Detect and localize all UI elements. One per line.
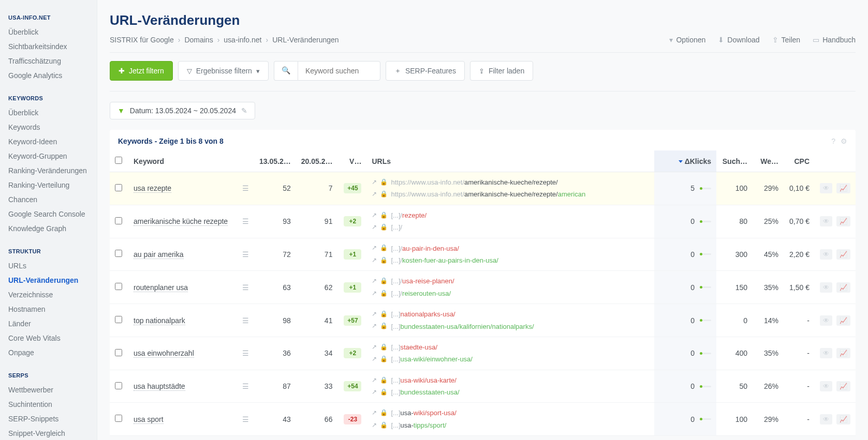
- url-line[interactable]: ↗🔒[...]bundesstaaten-usa/: [372, 386, 649, 398]
- sidebar-item[interactable]: Keyword-Gruppen: [0, 149, 97, 163]
- chart-icon[interactable]: 📈: [836, 249, 850, 260]
- url-line[interactable]: ↗🔒https://www.usa-info.net/amerikanische…: [372, 176, 649, 188]
- sidebar-item[interactable]: Core Web Vitals: [0, 331, 97, 345]
- gear-icon[interactable]: ⚙: [841, 137, 847, 145]
- sidebar-item[interactable]: Keywords: [0, 120, 97, 134]
- list-icon[interactable]: ☰: [242, 415, 249, 423]
- sidebar-item[interactable]: SERP-Snippets: [0, 412, 97, 426]
- keyword-link[interactable]: usa rezepte: [134, 184, 171, 193]
- chart-icon[interactable]: 📈: [836, 315, 850, 326]
- chart-icon[interactable]: 📈: [836, 183, 850, 193]
- optionen-action[interactable]: ▾ Optionen: [669, 36, 705, 44]
- keyword-link[interactable]: amerikanische küche rezepte: [134, 217, 228, 226]
- chart-icon[interactable]: 📈: [836, 216, 850, 226]
- eye-icon[interactable]: 👁: [820, 414, 832, 424]
- url-line[interactable]: ↗🔒[...]nationalparks-usa/: [372, 308, 649, 320]
- ergebnisse-filtern-button[interactable]: ▽ Ergebnisse filtern ▾: [178, 61, 269, 81]
- keyword-link[interactable]: top nationalpark: [134, 316, 185, 325]
- list-icon[interactable]: ☰: [242, 283, 249, 292]
- teilen-action[interactable]: ⇪ Teilen: [772, 36, 801, 44]
- list-icon[interactable]: ☰: [242, 382, 249, 390]
- url-line[interactable]: ↗🔒[...]usa-wiki/usa-karte/: [372, 374, 649, 386]
- sidebar-item[interactable]: Suchintention: [0, 397, 97, 412]
- url-line[interactable]: ↗🔒[...]/reiserouten-usa/: [372, 287, 649, 299]
- help-icon[interactable]: ?: [831, 137, 835, 145]
- sidebar-item[interactable]: Trafficschätzung: [0, 54, 97, 68]
- col-delta[interactable]: V…: [337, 150, 366, 172]
- eye-icon[interactable]: 👁: [820, 348, 832, 358]
- row-checkbox[interactable]: [115, 349, 122, 356]
- sidebar-item[interactable]: Ranking-Veränderungen: [0, 163, 97, 178]
- row-checkbox[interactable]: [115, 184, 122, 191]
- sidebar-item[interactable]: Ranking-Verteilung: [0, 178, 97, 192]
- keyword-link[interactable]: routenplaner usa: [134, 283, 188, 292]
- serp-features-button[interactable]: ＋ SERP-Features: [386, 61, 465, 81]
- keyword-link[interactable]: usa einwohnerzahl: [134, 349, 194, 358]
- sidebar-item[interactable]: Onpage: [0, 345, 97, 360]
- sidebar-item[interactable]: Sichtbarkeitsindex: [0, 39, 97, 54]
- breadcrumb-item[interactable]: Domains: [184, 36, 213, 44]
- row-checkbox[interactable]: [115, 250, 122, 257]
- handbuch-action[interactable]: ▭ Handbuch: [813, 36, 856, 44]
- download-action[interactable]: ⬇ Download: [718, 36, 759, 44]
- sidebar-item[interactable]: Knowledge Graph: [0, 221, 97, 236]
- url-line[interactable]: ↗🔒[...]usa-wiki/einwohner-usa/: [372, 353, 649, 365]
- filter-laden-button[interactable]: ⇪ Filter laden: [470, 61, 533, 81]
- eye-icon[interactable]: 👁: [820, 315, 832, 326]
- sidebar-item[interactable]: Wettbewerber: [0, 383, 97, 397]
- row-checkbox[interactable]: [115, 382, 122, 389]
- col-cpc[interactable]: CPC: [784, 150, 815, 172]
- col-urls[interactable]: URLs: [366, 150, 654, 172]
- date-filter-chip[interactable]: ▼ Datum: 13.05.2024 ~ 20.05.2024 ✎: [110, 102, 255, 119]
- url-line[interactable]: ↗🔒[...]/kosten-fuer-au-pairs-in-den-usa/: [372, 254, 649, 266]
- row-checkbox[interactable]: [115, 316, 122, 323]
- chart-icon[interactable]: 📈: [836, 414, 850, 424]
- jetzt-filtern-button[interactable]: ✚ Jetzt filtern: [110, 61, 173, 81]
- col-date2[interactable]: 20.05.2…: [296, 150, 338, 172]
- sidebar-item[interactable]: Länder: [0, 316, 97, 331]
- col-clicks[interactable]: ΔKlicks: [654, 150, 716, 172]
- sidebar-item[interactable]: Verzeichnisse: [0, 287, 97, 302]
- row-checkbox[interactable]: [115, 283, 122, 290]
- select-all-checkbox[interactable]: [115, 157, 122, 164]
- eye-icon[interactable]: 👁: [820, 249, 832, 260]
- col-wett[interactable]: We…: [753, 150, 784, 172]
- chart-icon[interactable]: 📈: [836, 282, 850, 293]
- sidebar-item[interactable]: Überblick: [0, 25, 97, 39]
- breadcrumb-item[interactable]: usa-info.net: [224, 36, 261, 44]
- url-line[interactable]: ↗🔒[...]/: [372, 221, 649, 233]
- sidebar-item[interactable]: Google Analytics: [0, 68, 97, 83]
- sidebar-item[interactable]: Keyword-Ideen: [0, 134, 97, 149]
- breadcrumb-item[interactable]: SISTRIX für Google: [110, 36, 174, 44]
- eye-icon[interactable]: 👁: [820, 216, 832, 226]
- col-date1[interactable]: 13.05.2…: [254, 150, 296, 172]
- sidebar-item[interactable]: URLs: [0, 259, 97, 273]
- col-such[interactable]: Such…: [716, 150, 753, 172]
- chart-icon[interactable]: 📈: [836, 381, 850, 391]
- list-icon[interactable]: ☰: [242, 316, 249, 325]
- list-icon[interactable]: ☰: [242, 349, 249, 357]
- sidebar-item[interactable]: Überblick: [0, 105, 97, 120]
- search-input[interactable]: [298, 61, 380, 81]
- eye-icon[interactable]: 👁: [820, 183, 832, 193]
- url-line[interactable]: ↗🔒https://www.usa-info.net/amerikanische…: [372, 188, 649, 200]
- url-line[interactable]: ↗🔒[...]usa-tipps/sport/: [372, 419, 649, 431]
- col-keyword[interactable]: Keyword: [128, 150, 237, 172]
- sidebar-item[interactable]: Hostnamen: [0, 302, 97, 316]
- eye-icon[interactable]: 👁: [820, 282, 832, 293]
- chart-icon[interactable]: 📈: [836, 348, 850, 358]
- sidebar-item[interactable]: Google Search Console: [0, 207, 97, 221]
- url-line[interactable]: ↗🔒[...]bundesstaaten-usa/kalifornien/nat…: [372, 321, 649, 332]
- list-icon[interactable]: ☰: [242, 250, 249, 259]
- keyword-link[interactable]: usa sport: [134, 415, 164, 424]
- sidebar-item[interactable]: URL-Veränderungen: [0, 273, 97, 287]
- list-icon[interactable]: ☰: [242, 217, 249, 225]
- row-checkbox[interactable]: [115, 217, 122, 224]
- keyword-link[interactable]: usa hauptstädte: [134, 382, 185, 391]
- keyword-link[interactable]: au pair amerika: [134, 250, 184, 259]
- row-checkbox[interactable]: [115, 415, 122, 422]
- edit-icon[interactable]: ✎: [241, 107, 247, 115]
- url-line[interactable]: ↗🔒[...]/usa-reise-planen/: [372, 275, 649, 287]
- url-line[interactable]: ↗🔒[...]/au-pair-in-den-usa/: [372, 242, 649, 254]
- url-line[interactable]: ↗🔒[...]/rezepte/: [372, 209, 649, 221]
